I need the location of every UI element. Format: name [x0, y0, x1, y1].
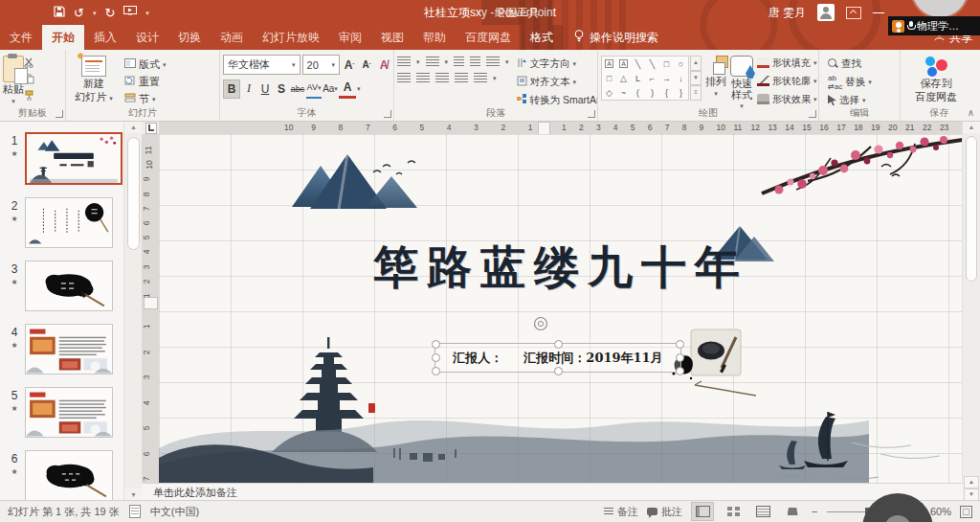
quick-styles-button[interactable]: 快速样式▾	[730, 53, 753, 109]
select-button[interactable]: 选择▾	[828, 93, 898, 107]
notes-toggle[interactable]: 备注	[604, 505, 638, 519]
shape-icon[interactable]: A	[619, 59, 628, 68]
meeting-participant-bar[interactable]: 物理学…	[888, 16, 980, 35]
save-icon[interactable]	[54, 6, 65, 20]
change-case-button[interactable]: Aa▾	[323, 80, 338, 98]
strikethrough-button[interactable]: abc	[290, 80, 305, 98]
user-name[interactable]: 唐 雯月	[768, 5, 806, 21]
scroll-thumb[interactable]	[966, 136, 977, 282]
convert-smartart-button[interactable]: 转换为 SmartArt▾	[517, 93, 598, 107]
format-painter-icon[interactable]	[24, 90, 35, 102]
thumb-scroll-up-icon[interactable]: ▲	[124, 121, 143, 133]
tab-格式[interactable]: 格式	[521, 25, 563, 50]
tab-帮助[interactable]: 帮助	[413, 25, 456, 50]
tab-设计[interactable]: 设计	[126, 25, 168, 50]
tab-百度网盘[interactable]: 百度网盘	[456, 25, 521, 50]
find-button[interactable]: 查找	[828, 57, 898, 71]
tab-幻灯片放映[interactable]: 幻灯片放映	[253, 25, 329, 50]
shape-fill-button[interactable]: 形状填充▾	[757, 56, 817, 70]
tab-selector-icon[interactable]	[145, 123, 157, 134]
increase-indent-icon[interactable]	[470, 57, 480, 67]
normal-view-button[interactable]	[691, 502, 714, 521]
shape-outline-button[interactable]: 形状轮廓▾	[757, 74, 817, 88]
scroll-up-icon[interactable]: ▲	[963, 121, 980, 133]
columns-icon[interactable]	[474, 73, 487, 83]
drawing-dialog-launcher[interactable]	[809, 110, 816, 118]
text-direction-button[interactable]: 文字方向▾	[517, 57, 598, 71]
fit-slide-icon[interactable]	[960, 506, 972, 518]
slide-thumbnail-3[interactable]: 3★	[4, 261, 123, 311]
save-to-baidu-button[interactable]: 保存到 百度网盘	[903, 53, 969, 102]
tell-me-search[interactable]: 操作说明搜索	[574, 25, 658, 50]
collapse-ribbon-icon[interactable]: ∧	[968, 107, 974, 118]
numbering-icon[interactable]	[426, 57, 439, 67]
italic-button[interactable]: I	[241, 80, 256, 98]
proofing-icon[interactable]	[129, 505, 141, 518]
thumbnail-image[interactable]	[25, 324, 113, 374]
redo-icon[interactable]: ↻	[104, 7, 115, 19]
slide-sorter-view-button[interactable]	[723, 503, 744, 520]
character-spacing-button[interactable]: AV▾	[306, 79, 322, 99]
resize-handle[interactable]	[432, 340, 440, 349]
thumbnail-scrollbar[interactable]: ▲ ▼	[123, 121, 143, 501]
resize-handle[interactable]	[554, 340, 563, 349]
shape-icon[interactable]: ↓	[679, 74, 683, 83]
shape-icon[interactable]: ~	[621, 88, 626, 98]
shape-icon[interactable]: ╲	[635, 59, 640, 69]
tab-视图[interactable]: 视图	[371, 25, 413, 50]
shapes-more-icon[interactable]: ≡	[690, 85, 702, 101]
user-avatar-icon[interactable]	[817, 4, 835, 21]
resize-handle[interactable]	[676, 353, 684, 362]
shape-icon[interactable]: ⌐	[650, 74, 655, 83]
shape-effects-button[interactable]: 形状效果▾	[757, 92, 817, 106]
zoom-level[interactable]: 60%	[930, 506, 951, 517]
comments-toggle[interactable]: 批注	[647, 505, 682, 519]
tab-文件[interactable]: 文件	[0, 25, 42, 50]
thumbnail-image[interactable]	[25, 450, 113, 501]
language-indicator[interactable]: 中文(中国)	[150, 505, 199, 519]
layout-button[interactable]: 版式▾	[124, 57, 167, 71]
slide-thumbnail-1[interactable]: 1★	[4, 132, 123, 185]
section-button[interactable]: 节▾	[124, 92, 167, 105]
slide-title-text[interactable]: 筚路蓝缕九十年	[159, 238, 963, 298]
reset-button[interactable]: 重置	[124, 75, 167, 88]
increase-font-icon[interactable]: Aˆ	[342, 57, 357, 74]
shapes-scroll-up-icon[interactable]: ▲	[690, 56, 702, 71]
decrease-font-icon[interactable]: Aˇ	[359, 57, 374, 74]
start-slideshow-icon[interactable]	[123, 6, 137, 19]
undo-dropdown-icon[interactable]: ▾	[93, 10, 97, 16]
customize-qat-icon[interactable]: ▾	[145, 10, 149, 16]
resize-handle[interactable]	[432, 353, 440, 362]
previous-slide-icon[interactable]: ▲	[964, 476, 979, 488]
align-text-button[interactable]: 对齐文本▾	[517, 75, 598, 89]
shape-icon[interactable]: □	[664, 59, 669, 69]
justify-icon[interactable]	[455, 73, 468, 83]
thumb-scroll-thumb[interactable]	[127, 137, 140, 250]
shape-icon[interactable]: →	[662, 74, 671, 83]
font-dialog-launcher[interactable]	[384, 110, 391, 118]
font-name-select[interactable]: 华文楷体▾	[223, 55, 301, 75]
paragraph-dialog-launcher[interactable]	[588, 110, 595, 118]
shape-icon[interactable]: △	[620, 74, 627, 83]
font-size-select[interactable]: 20▾	[302, 55, 340, 75]
line-spacing-icon[interactable]	[486, 57, 500, 67]
resize-handle[interactable]	[676, 367, 684, 375]
resize-handle[interactable]	[676, 340, 684, 349]
slide-thumbnail-6[interactable]: 6★	[4, 450, 123, 501]
clear-formatting-icon[interactable]: A̸	[376, 57, 391, 74]
shape-icon[interactable]: )	[651, 88, 654, 98]
slide-thumbnail-4[interactable]: 4★	[4, 324, 123, 374]
shape-icon[interactable]: A	[605, 59, 613, 68]
resize-handle[interactable]	[554, 367, 563, 375]
slideshow-view-button[interactable]	[782, 503, 803, 520]
arrange-button[interactable]: 排列▾	[705, 53, 726, 97]
thumbnail-image[interactable]	[25, 197, 113, 248]
tab-切换[interactable]: 切换	[168, 25, 211, 50]
ribbon-display-options-icon[interactable]	[846, 7, 861, 19]
clipboard-dialog-launcher[interactable]	[56, 110, 63, 118]
shape-icon[interactable]: L	[635, 74, 640, 83]
align-center-icon[interactable]	[416, 73, 430, 83]
decrease-indent-icon[interactable]	[454, 57, 464, 67]
align-right-icon[interactable]	[435, 73, 449, 83]
shape-icon[interactable]: ○	[679, 59, 683, 69]
